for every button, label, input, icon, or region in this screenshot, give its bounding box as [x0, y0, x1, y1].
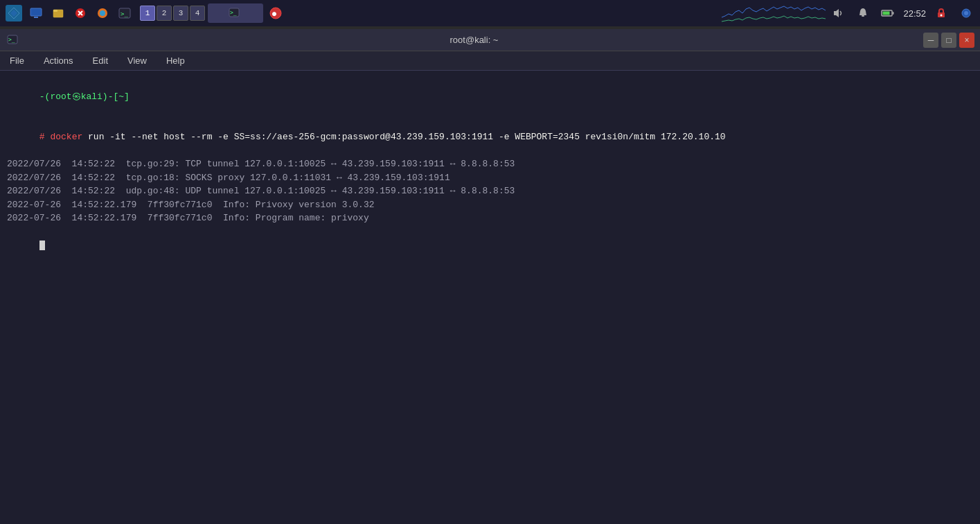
workspace-4-button[interactable]: 4	[190, 6, 205, 21]
output-line-3: 2022/07/26 14:52:22 udp.go:48: UDP tunne…	[7, 184, 973, 198]
menu-actions[interactable]: Actions	[39, 54, 78, 67]
network-chart	[722, 3, 826, 23]
prompt-at: ㉿	[72, 91, 81, 102]
system-tray: 22:52	[828, 3, 976, 23]
svg-rect-18	[862, 15, 864, 17]
workspace-1-button[interactable]: 1	[140, 6, 155, 21]
active-app-icon[interactable]: >_	[208, 3, 263, 23]
terminal-window: >_ root@kali: ~ ─ □ × File Actions Edit …	[0, 29, 980, 524]
prompt-host: kali	[81, 91, 103, 102]
terminal-titlebar: >_ root@kali: ~ ─ □ ×	[0, 29, 980, 51]
prompt-prefix: -(	[39, 91, 51, 102]
firefox-icon[interactable]	[93, 3, 112, 23]
svg-point-23	[941, 15, 943, 17]
kali-logo	[6, 5, 22, 21]
terminal-cursor	[39, 241, 45, 250]
workspace-switcher: 1 2 3 4	[140, 6, 205, 21]
svg-rect-5	[53, 10, 57, 12]
svg-marker-17	[834, 9, 839, 17]
kali-menu-icon[interactable]	[4, 3, 24, 23]
output-line-1: 2022/07/26 14:52:22 tcp.go:29: TCP tunne…	[7, 157, 973, 171]
desktop-icon[interactable]	[26, 3, 46, 23]
terminal-title: root@kali: ~	[25, 35, 923, 45]
svg-text:>_: >_	[8, 37, 15, 43]
prompt-user: root	[50, 91, 71, 102]
svg-rect-3	[34, 17, 38, 18]
sound-icon[interactable]	[828, 3, 848, 23]
prompt-hash: #	[39, 132, 51, 142]
close-button[interactable]: ×	[959, 33, 974, 48]
terminal-command-line: # docker run -it --net host --rm -e SS=s…	[7, 117, 973, 158]
workspace-3-button[interactable]: 3	[173, 6, 188, 21]
menu-edit[interactable]: Edit	[89, 54, 112, 67]
terminal-menubar: File Actions Edit View Help	[0, 51, 980, 71]
svg-point-25	[964, 11, 968, 15]
prompt-suffix: )-[	[103, 91, 118, 102]
svg-rect-20	[883, 12, 890, 15]
pip-icon[interactable]: ●	[266, 3, 285, 23]
prompt-path: ~	[118, 91, 124, 102]
power-icon[interactable]	[956, 3, 976, 23]
terminal-prompt-line: -(root㉿kali)-[~]	[7, 76, 973, 117]
prompt-end-bracket: ]	[124, 91, 130, 102]
terminal-cursor-line	[7, 225, 973, 266]
files-icon[interactable]	[48, 3, 68, 23]
terminal-title-icon: >_	[6, 33, 19, 47]
svg-text:>_: >_	[230, 10, 237, 16]
svg-point-10	[100, 10, 105, 16]
clock-display: 22:52	[903, 8, 926, 19]
maximize-button[interactable]: □	[941, 33, 956, 48]
output-line-5: 2022-07-26 14:52:22.179 7ff30fc771c0 Inf…	[7, 211, 973, 225]
output-line-4: 2022-07-26 14:52:22.179 7ff30fc771c0 Inf…	[7, 198, 973, 212]
battery-icon[interactable]	[878, 3, 898, 23]
output-line-2: 2022/07/26 14:52:22 tcp.go:18: SOCKS pro…	[7, 171, 973, 185]
svg-rect-2	[30, 8, 42, 16]
menu-view[interactable]: View	[123, 54, 151, 67]
window-controls: ─ □ ×	[923, 33, 974, 48]
terminal-content[interactable]: -(root㉿kali)-[~] # docker run -it --net …	[0, 71, 980, 524]
cmd-keyword: docker	[50, 132, 82, 142]
svg-text:>_: >_	[121, 10, 128, 17]
terminal-launcher-icon[interactable]: >_	[115, 3, 134, 23]
minimize-button[interactable]: ─	[923, 33, 938, 48]
cmd-arguments: run -it --net host --rm -e SS=ss://aes-2…	[82, 132, 725, 142]
lock-icon[interactable]	[932, 3, 951, 23]
workspace-2-button[interactable]: 2	[157, 6, 172, 21]
notification-icon[interactable]	[853, 3, 873, 23]
close-red-icon[interactable]	[71, 3, 90, 23]
menu-file[interactable]: File	[6, 54, 28, 67]
svg-text:●: ●	[272, 10, 276, 17]
menu-help[interactable]: Help	[162, 54, 189, 67]
svg-rect-21	[893, 12, 894, 15]
taskbar: >_ 1 2 3 4 >_ ●	[0, 0, 980, 26]
